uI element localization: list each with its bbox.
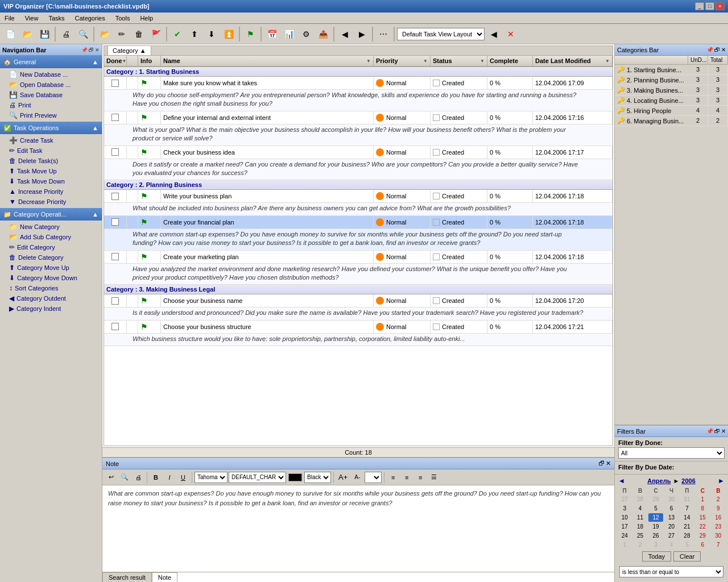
- task-done-cell[interactable]: [104, 216, 127, 228]
- table-row[interactable]: ⚑ Choose your business name Normal Creat…: [104, 294, 613, 307]
- filters-bar-restore-btn[interactable]: 🗗: [714, 428, 720, 434]
- nav-item-category-indent[interactable]: ▶ Category Indent: [0, 304, 102, 314]
- nav-item-category-move-up[interactable]: ⬆ Category Move Up: [0, 263, 102, 273]
- nav-section-tasks-header[interactable]: ✅ Task Operations ▲: [0, 122, 102, 134]
- task-grid[interactable]: Category ▲ Done ▼ Info Name ▼ Priority ▼…: [104, 45, 613, 446]
- tb-open-db-btn[interactable]: 📂: [97, 26, 113, 42]
- cal-next-btn[interactable]: ►: [717, 477, 726, 485]
- col-name[interactable]: Name ▼: [161, 56, 374, 66]
- tb-grid-btn[interactable]: 📊: [281, 26, 297, 42]
- cal-prev-btn[interactable]: ◄: [617, 477, 626, 485]
- tb-flag2-btn[interactable]: ⚑: [242, 26, 258, 42]
- nav-item-sort-categories[interactable]: ↕ Sort Categories: [0, 283, 102, 293]
- tb-edit-btn[interactable]: ✏: [114, 26, 130, 42]
- cal-day[interactable]: 4: [632, 504, 647, 513]
- menu-tasks[interactable]: Tasks: [46, 14, 67, 22]
- note-content[interactable]: What are common start-up expenses? Do yo…: [102, 485, 614, 572]
- note-bold-btn[interactable]: B: [150, 471, 162, 484]
- menu-tools[interactable]: Tools: [113, 14, 133, 22]
- task-done-cell[interactable]: [104, 251, 127, 263]
- list-item[interactable]: 🔑 3. Making Busines... 3 3: [615, 85, 728, 95]
- filter-operator-select[interactable]: is less than or equal to: [619, 566, 723, 577]
- cal-day[interactable]: 1: [617, 541, 632, 549]
- task-done-checkbox[interactable]: [111, 114, 119, 121]
- task-done-checkbox[interactable]: [111, 253, 119, 260]
- today-button[interactable]: Today: [642, 551, 671, 562]
- tb-settings-btn[interactable]: ⚙: [298, 26, 314, 42]
- task-done-checkbox[interactable]: [111, 148, 119, 156]
- list-item[interactable]: 🔑 4. Locating Busine... 3 3: [615, 95, 728, 106]
- note-undo-btn[interactable]: ↩: [105, 471, 117, 484]
- tb-top-btn[interactable]: ⏫: [221, 26, 237, 42]
- tb-nav-prev[interactable]: ◀: [337, 26, 353, 42]
- table-row[interactable]: ⚑ Check your business idea Normal Create…: [104, 146, 613, 159]
- cal-day[interactable]: 30: [664, 495, 679, 504]
- task-done-checkbox[interactable]: [111, 218, 119, 226]
- cal-day[interactable]: 21: [680, 522, 694, 531]
- maximize-button[interactable]: □: [705, 2, 714, 10]
- nav-item-delete-task[interactable]: 🗑 Delete Task(s): [0, 156, 102, 166]
- list-item[interactable]: 🔑 2. Planning Busine... 3 3: [615, 75, 728, 85]
- tb-preview-btn[interactable]: 🔍: [75, 26, 91, 42]
- cal-day[interactable]: 7: [680, 504, 694, 513]
- cal-day[interactable]: 28: [680, 531, 694, 540]
- cal-day[interactable]: 28: [632, 495, 647, 504]
- menu-help[interactable]: Help: [138, 14, 155, 22]
- task-done-cell[interactable]: [104, 146, 127, 159]
- note-font-select[interactable]: Tahoma: [195, 472, 228, 483]
- cal-nav-mid[interactable]: ►: [673, 477, 679, 484]
- nav-section-general-header[interactable]: 🏠 General ▲: [0, 56, 102, 68]
- col-status[interactable]: Status ▼: [431, 56, 487, 66]
- cal-day[interactable]: 27: [617, 495, 632, 504]
- menu-view[interactable]: View: [23, 14, 41, 22]
- nav-section-categories-header[interactable]: 📁 Category Operati... ▲: [0, 208, 102, 221]
- menu-categories[interactable]: Categories: [73, 14, 107, 22]
- col-info[interactable]: Info: [138, 56, 161, 66]
- task-done-checkbox[interactable]: [111, 323, 119, 330]
- task-done-cell[interactable]: [104, 77, 127, 89]
- cat-bar-pin-btn[interactable]: 📌: [706, 47, 713, 53]
- nav-item-edit-category[interactable]: ✏ Edit Category: [0, 242, 102, 252]
- note-font-size-down-btn[interactable]: A-: [351, 471, 363, 484]
- cal-day[interactable]: 22: [695, 522, 710, 531]
- nav-item-task-move-down[interactable]: ⬇ Task Move Down: [0, 176, 102, 186]
- note-size-select[interactable]: [365, 472, 382, 483]
- list-item[interactable]: 🔑 5. Hiring People 4 4: [615, 106, 728, 116]
- filters-bar-pin-btn[interactable]: 📌: [706, 428, 713, 434]
- clear-button[interactable]: Clear: [673, 551, 701, 562]
- nav-item-add-sub-category[interactable]: 📂 Add Sub Category: [0, 232, 102, 242]
- tb-export-btn[interactable]: 📤: [315, 26, 331, 42]
- note-panel-restore-btn[interactable]: 🗗: [598, 460, 605, 467]
- nav-item-print-preview[interactable]: 🔍 Print Preview: [0, 110, 102, 120]
- cal-day[interactable]: 2: [711, 495, 726, 504]
- cal-day[interactable]: 3: [617, 504, 632, 513]
- nav-item-task-move-up[interactable]: ⬆ Task Move Up: [0, 166, 102, 176]
- cal-day[interactable]: 5: [648, 504, 663, 513]
- cal-day[interactable]: 6: [695, 541, 710, 549]
- cal-day[interactable]: 13: [664, 513, 679, 522]
- cal-day[interactable]: 5: [680, 541, 694, 549]
- tb-nav-next[interactable]: ▶: [354, 26, 370, 42]
- tb-print-btn[interactable]: 🖨: [58, 26, 74, 42]
- cal-year[interactable]: 2006: [681, 477, 695, 484]
- color-swatch[interactable]: [288, 473, 302, 481]
- nav-bar-restore-btn[interactable]: 🗗: [89, 47, 94, 53]
- tb-up-btn[interactable]: ⬆: [187, 26, 202, 42]
- tb-down-btn[interactable]: ⬇: [204, 26, 220, 42]
- tab-search-result[interactable]: Search result: [102, 572, 152, 582]
- nav-item-new-category[interactable]: 📁 New Category: [0, 222, 102, 232]
- cal-day[interactable]: 1: [695, 495, 710, 504]
- note-color-select[interactable]: Black: [304, 472, 331, 483]
- task-done-cell[interactable]: [104, 321, 127, 333]
- note-list-btn[interactable]: ☰: [428, 471, 440, 484]
- cal-day[interactable]: 7: [711, 541, 726, 549]
- task-done-checkbox[interactable]: [111, 193, 119, 200]
- cal-day-today[interactable]: 12: [648, 513, 663, 522]
- list-item[interactable]: 🔑 1. Starting Busine... 3 3: [615, 65, 728, 75]
- table-row[interactable]: ⚑ Create your marketing plan Normal Crea…: [104, 251, 613, 264]
- table-row[interactable]: ⚑ Define your internal and external inte…: [104, 111, 613, 124]
- note-align-right-btn[interactable]: ≡: [414, 471, 427, 484]
- cal-day[interactable]: 20: [664, 522, 679, 531]
- cal-day[interactable]: 14: [680, 513, 694, 522]
- cal-day[interactable]: 27: [664, 531, 679, 540]
